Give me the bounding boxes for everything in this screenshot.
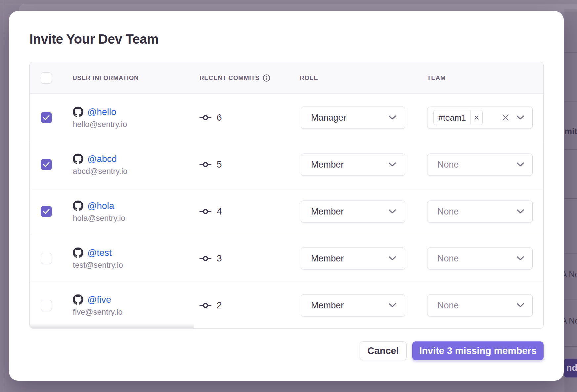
cancel-button[interactable]: Cancel — [360, 341, 407, 360]
table-row: @five five@sentry.io 2 Member None — [30, 282, 543, 329]
commit-count: 6 — [217, 112, 222, 123]
role-select[interactable]: Member — [301, 247, 405, 269]
chevron-down-icon — [388, 115, 396, 120]
background-row-line — [564, 346, 577, 347]
column-header-label: ROLE — [300, 74, 318, 82]
background-row-line — [564, 149, 577, 150]
user-info-cell: @hola hola@sentry.io — [73, 200, 125, 222]
column-header-user-information: USER INFORMATION — [72, 74, 139, 82]
row-checkbox[interactable] — [41, 300, 52, 311]
github-icon — [73, 200, 83, 211]
background-row-line — [564, 101, 577, 101]
row-checkbox[interactable] — [41, 159, 52, 170]
github-username-link[interactable]: @abcd — [87, 153, 117, 164]
team-select-value: None — [437, 300, 459, 310]
background-divider-vertical — [5, 0, 5, 392]
team-multiselect[interactable]: #team1 — [427, 106, 533, 129]
select-all-checkbox[interactable] — [41, 72, 52, 84]
user-info-cell: @abcd abcd@sentry.io — [73, 153, 127, 176]
chevron-down-icon — [388, 209, 396, 214]
chevron-down-icon — [516, 256, 524, 261]
commit-count: 4 — [217, 206, 222, 217]
user-email: abcd@sentry.io — [73, 166, 127, 176]
team-select[interactable]: None — [427, 200, 533, 222]
remove-team-icon[interactable] — [470, 110, 482, 125]
team-select-value: None — [437, 253, 459, 263]
commit-count: 5 — [217, 159, 222, 170]
row-checkbox[interactable] — [41, 206, 52, 217]
user-email: five@sentry.io — [73, 307, 123, 316]
role-select-value: Member — [311, 206, 344, 216]
background-divider-horizontal — [0, 3, 577, 3]
chevron-down-icon — [516, 303, 524, 308]
recent-commits-cell: 6 — [200, 112, 222, 123]
user-email: test@sentry.io — [73, 260, 123, 269]
role-select-value: Member — [311, 159, 344, 170]
user-info-cell: @hello hello@sentry.io — [73, 106, 127, 129]
info-icon[interactable] — [263, 74, 270, 82]
invite-members-table: USER INFORMATION RECENT COMMITS ROLE TEA… — [29, 62, 544, 329]
team-select-value: None — [437, 206, 459, 216]
git-commit-icon — [200, 161, 211, 168]
github-icon — [73, 153, 83, 164]
github-username-link[interactable]: @hola — [87, 200, 114, 211]
recent-commits-cell: 2 — [200, 300, 222, 311]
commit-count: 3 — [217, 253, 222, 264]
background-card-edge — [19, 4, 577, 12]
team-select[interactable]: None — [427, 247, 533, 269]
invite-missing-members-button[interactable]: Invite 3 missing members — [412, 341, 544, 360]
role-select[interactable]: Member — [301, 200, 405, 222]
chevron-down-icon — [516, 115, 524, 120]
background-button-fragment: nd — [564, 359, 577, 377]
row-checkbox[interactable] — [41, 253, 52, 264]
table-scroll-shadow — [30, 324, 194, 328]
chevron-down-icon — [516, 209, 524, 214]
check-icon — [43, 115, 50, 120]
team-select[interactable]: None — [427, 294, 533, 316]
github-icon — [73, 294, 83, 305]
github-icon — [73, 247, 83, 258]
column-header-team: TEAM — [427, 74, 446, 82]
check-icon — [43, 209, 50, 214]
commit-count: 2 — [217, 300, 222, 311]
table-header-row: USER INFORMATION RECENT COMMITS ROLE TEA… — [30, 62, 543, 94]
background-row-line — [564, 253, 577, 254]
chevron-down-icon — [388, 303, 396, 308]
table-row: @hola hola@sentry.io 4 Member None — [30, 188, 543, 235]
column-header-label: RECENT COMMITS — [200, 74, 260, 82]
git-commit-icon — [200, 302, 211, 309]
recent-commits-cell: 3 — [200, 253, 222, 264]
background-text-fragment: A No — [561, 270, 577, 279]
column-header-label: TEAM — [427, 74, 446, 82]
column-header-label: USER INFORMATION — [72, 74, 139, 82]
github-username-link[interactable]: @test — [87, 247, 112, 258]
background-row-line — [564, 299, 577, 299]
github-username-link[interactable]: @hello — [87, 106, 116, 117]
role-select[interactable]: Manager — [301, 106, 405, 129]
table-row: @abcd abcd@sentry.io 5 Member None — [30, 141, 543, 188]
role-select-value: Member — [311, 253, 344, 263]
background-table-strip — [564, 9, 577, 392]
role-select[interactable]: Member — [301, 153, 405, 176]
github-username-link[interactable]: @five — [87, 294, 111, 305]
recent-commits-cell: 5 — [200, 159, 222, 170]
role-select-value: Member — [311, 300, 344, 310]
team-select[interactable]: None — [427, 153, 533, 176]
table-row: @hello hello@sentry.io 6 Manager #team1 — [30, 94, 543, 141]
team-chip: #team1 — [433, 110, 483, 125]
chevron-down-icon — [388, 162, 396, 167]
user-info-cell: @five five@sentry.io — [73, 294, 123, 316]
git-commit-icon — [200, 114, 211, 121]
github-icon — [73, 106, 83, 117]
row-checkbox[interactable] — [41, 112, 52, 123]
role-select[interactable]: Member — [301, 294, 405, 316]
role-select-value: Manager — [311, 112, 346, 123]
user-email: hola@sentry.io — [73, 213, 125, 222]
git-commit-icon — [200, 208, 211, 215]
background-row-line — [564, 52, 577, 53]
clear-selection-icon[interactable] — [502, 114, 509, 121]
background-row-line — [564, 198, 577, 199]
team-chip-label: #team1 — [434, 113, 470, 122]
chevron-down-icon — [388, 256, 396, 261]
table-row: @test test@sentry.io 3 Member None — [30, 235, 543, 282]
